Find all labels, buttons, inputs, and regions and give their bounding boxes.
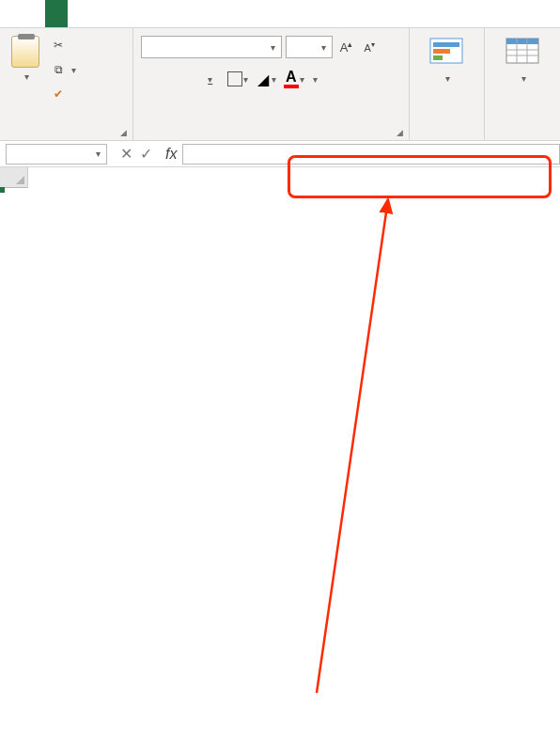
copy-icon: ⧉ bbox=[51, 62, 66, 77]
tab-page-layout[interactable] bbox=[90, 0, 113, 27]
italic-button[interactable] bbox=[169, 68, 194, 90]
ribbon: ✂ ⧉ ✔ ◢ ▾ ▾ A▴ bbox=[0, 28, 560, 141]
font-name-select[interactable]: ▾ bbox=[141, 36, 282, 58]
table-format-button[interactable] bbox=[485, 28, 560, 140]
font-color-button[interactable]: A ▾ bbox=[282, 68, 306, 90]
group-clipboard: ✂ ⧉ ✔ ◢ bbox=[0, 28, 133, 140]
tab-view[interactable] bbox=[180, 0, 203, 27]
border-icon bbox=[227, 71, 242, 86]
chevron-down-icon: ▾ bbox=[96, 149, 101, 159]
copy-label bbox=[70, 63, 76, 76]
chevron-down-icon: ▾ bbox=[271, 42, 275, 53]
chevron-down-icon: ▾ bbox=[272, 74, 276, 85]
chevron-down-icon: ▾ bbox=[243, 74, 248, 85]
fill-color-button[interactable]: ◢ ▾ bbox=[254, 69, 278, 90]
worksheet-grid[interactable] bbox=[0, 167, 560, 188]
tab-file[interactable] bbox=[0, 0, 23, 27]
paste-button[interactable] bbox=[8, 34, 43, 103]
table-format-label bbox=[520, 71, 526, 85]
cond-format-icon bbox=[428, 34, 467, 70]
cond-format-button[interactable] bbox=[410, 28, 485, 140]
table-format-icon bbox=[503, 34, 542, 70]
svg-rect-1 bbox=[433, 42, 459, 47]
enter-formula-button[interactable]: ✓ bbox=[140, 145, 152, 163]
tab-review[interactable] bbox=[158, 0, 180, 27]
select-all-corner[interactable] bbox=[0, 167, 28, 188]
svg-line-11 bbox=[317, 199, 388, 693]
font-size-select[interactable]: ▾ bbox=[286, 36, 333, 58]
tab-insert[interactable] bbox=[68, 0, 90, 27]
cut-button[interactable]: ✂ bbox=[49, 36, 78, 55]
clipboard-launcher-icon[interactable]: ◢ bbox=[120, 128, 127, 137]
tab-excel-finance[interactable] bbox=[23, 0, 45, 27]
svg-rect-3 bbox=[433, 55, 443, 60]
phonetic-button[interactable]: ▾ bbox=[310, 72, 319, 86]
svg-rect-2 bbox=[433, 49, 450, 54]
cond-format-label bbox=[443, 71, 450, 85]
cancel-formula-button[interactable]: ✕ bbox=[120, 145, 132, 163]
scissors-icon: ✂ bbox=[51, 38, 66, 53]
grow-font-button[interactable]: A▴ bbox=[336, 38, 357, 56]
border-button[interactable]: ▾ bbox=[226, 70, 250, 88]
clipboard-icon bbox=[11, 36, 39, 68]
font-color-icon: A bbox=[286, 70, 297, 85]
ribbon-tabs bbox=[0, 0, 560, 28]
chevron-down-icon: ▾ bbox=[313, 74, 318, 85]
copy-button[interactable]: ⧉ bbox=[49, 60, 78, 79]
format-painter-button[interactable]: ✔ bbox=[49, 85, 78, 103]
chevron-down-icon: ▾ bbox=[300, 74, 304, 85]
shrink-font-button[interactable]: A▾ bbox=[360, 39, 378, 55]
paste-label bbox=[23, 70, 29, 83]
svg-rect-5 bbox=[506, 39, 538, 44]
tab-formulas[interactable] bbox=[113, 0, 135, 27]
bold-button[interactable] bbox=[141, 68, 165, 90]
formula-bar[interactable] bbox=[182, 144, 560, 165]
fx-icon[interactable]: fx bbox=[160, 146, 182, 163]
group-font: ▾ ▾ A▴ A▾ ▾ ◢ ▾ A bbox=[133, 28, 410, 140]
font-color-swatch bbox=[284, 85, 299, 88]
formula-bar-row: ▾ ✕ ✓ fx bbox=[0, 141, 560, 167]
active-cell-outline bbox=[0, 188, 4, 192]
tab-data[interactable] bbox=[135, 0, 158, 27]
name-box[interactable]: ▾ bbox=[6, 144, 107, 165]
chevron-down-icon: ▾ bbox=[321, 42, 326, 53]
underline-button[interactable] bbox=[197, 68, 222, 90]
bucket-icon: ◢ bbox=[256, 71, 271, 88]
brush-icon: ✔ bbox=[51, 86, 66, 102]
font-launcher-icon[interactable]: ◢ bbox=[397, 128, 403, 137]
tab-home[interactable] bbox=[45, 0, 68, 27]
